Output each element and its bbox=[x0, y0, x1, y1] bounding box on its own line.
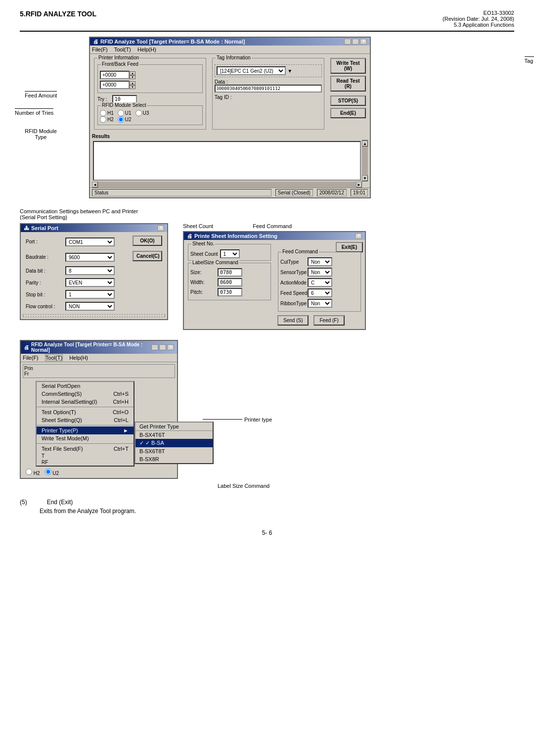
stop-button[interactable]: STOP(S) bbox=[330, 95, 366, 106]
radio-u3[interactable]: U3 bbox=[135, 110, 149, 116]
feed-amount-spinner1[interactable]: +0000 ▲ ▼ bbox=[100, 71, 135, 79]
number-of-tries-label: Number of Tries bbox=[15, 108, 53, 116]
radio-u1-input[interactable] bbox=[118, 110, 124, 116]
databit-select[interactable]: 8 bbox=[65, 266, 115, 275]
tool-menu[interactable]: Tool(T) bbox=[114, 47, 131, 52]
td-radio-u2[interactable]: U2 bbox=[45, 469, 59, 476]
spin-up1[interactable]: ▲ bbox=[130, 71, 135, 75]
td-file-menu[interactable]: File(F) bbox=[23, 355, 39, 361]
menubar: File(F) Tool(T) Help(H) bbox=[90, 46, 370, 54]
actionmode-select[interactable]: C bbox=[308, 278, 332, 287]
pitch-input[interactable]: 0730 bbox=[218, 288, 242, 296]
tag-id-label: Tag ID : bbox=[215, 94, 231, 100]
td-help-menu[interactable]: Help(H) bbox=[69, 355, 88, 361]
feed-command-group-label: Feed Command bbox=[281, 249, 319, 254]
parity-select[interactable]: EVEN bbox=[65, 278, 115, 287]
front-back-feed-group: Front/Back Feed +0000 ▲ ▼ bbox=[97, 64, 203, 93]
pitch-label: Pitch: bbox=[190, 289, 218, 295]
printer-info-panel: Printer Information Front/Back Feed +000… bbox=[92, 56, 208, 132]
menu-sheet-setting[interactable]: Sheet Setting(Q) Ctrl+L bbox=[37, 416, 134, 424]
radio-h2-input[interactable] bbox=[100, 116, 106, 123]
serial-win-controls[interactable]: ✕ bbox=[157, 225, 164, 231]
scrollbar-vertical[interactable]: ▲ ▼ bbox=[362, 140, 368, 182]
flowcontrol-select[interactable]: NON bbox=[65, 302, 115, 311]
radio-u2-input[interactable] bbox=[118, 116, 124, 123]
read-test-button[interactable]: Read Test (R) bbox=[330, 76, 366, 92]
spin-up2[interactable]: ▲ bbox=[130, 81, 135, 85]
exit-button[interactable]: Exit(E) bbox=[336, 242, 363, 252]
spin-down1[interactable]: ▼ bbox=[130, 75, 135, 79]
feed-amount-input1[interactable]: +0000 bbox=[100, 71, 130, 79]
menu-text-file-send[interactable]: Text File Send(F) Ctrl+T bbox=[37, 445, 134, 453]
radio-h1[interactable]: H1 bbox=[100, 110, 114, 116]
radio-h2[interactable]: H2 bbox=[100, 116, 114, 123]
stopbit-select[interactable]: 1 bbox=[65, 290, 115, 299]
feedspeed-select[interactable]: 6 bbox=[308, 288, 332, 297]
actionmode-label: ActionMode bbox=[280, 280, 308, 285]
td-close[interactable]: ✕ bbox=[167, 344, 174, 350]
menu-comm-setting[interactable]: CommSetting(S) Ctrl+S bbox=[37, 390, 134, 398]
size-input[interactable]: 0780 bbox=[218, 268, 242, 277]
scroll-right[interactable]: ► bbox=[356, 182, 362, 188]
serial-close[interactable]: ✕ bbox=[157, 225, 164, 231]
scroll-up[interactable]: ▲ bbox=[362, 141, 368, 146]
td-max[interactable]: □ bbox=[159, 344, 166, 350]
sensortype-select[interactable]: Non bbox=[308, 268, 332, 277]
radio-h1-input[interactable] bbox=[100, 110, 106, 116]
port-select[interactable]: COM1 bbox=[65, 237, 115, 246]
baudrate-select[interactable]: 9600 bbox=[65, 253, 115, 262]
scrollbar-horizontal[interactable]: ◄ ► bbox=[92, 182, 362, 188]
window-controls[interactable]: _ □ ✕ bbox=[344, 39, 367, 45]
spin-down2[interactable]: ▼ bbox=[130, 85, 135, 89]
flowcontrol-row: Flow control : NON bbox=[23, 300, 165, 312]
feed-amount-spinner2[interactable]: +0000 ▲ ▼ bbox=[100, 81, 135, 89]
maximize-button[interactable]: □ bbox=[352, 39, 359, 45]
minimize-button[interactable]: _ bbox=[344, 39, 351, 45]
td-fr-label: Fr bbox=[24, 371, 174, 377]
menu-write-test-mode[interactable]: Write Test Mode(M) bbox=[37, 434, 134, 442]
sheet-close[interactable]: ✕ bbox=[355, 233, 362, 239]
tool-dropdown-controls[interactable]: _ □ ✕ bbox=[151, 344, 174, 350]
td-min[interactable]: _ bbox=[151, 344, 158, 350]
results-text-area[interactable] bbox=[93, 141, 361, 181]
printer-bsx6t8t[interactable]: B-SX6T8T bbox=[135, 447, 213, 455]
tag-id-row: Tag ID : bbox=[215, 94, 322, 100]
menu-internal-serial[interactable]: Internal SerialSetting(I) Ctrl+H bbox=[37, 398, 134, 406]
sheet-win-controls[interactable]: ✕ bbox=[355, 233, 362, 239]
td-radio-h2[interactable]: H2 bbox=[26, 469, 40, 476]
main-content: Printer Information Front/Back Feed +000… bbox=[90, 54, 370, 134]
end-button[interactable]: End(E) bbox=[330, 108, 366, 118]
help-menu[interactable]: Help(H) bbox=[137, 47, 156, 52]
radio-u1[interactable]: U1 bbox=[118, 110, 132, 116]
radio-u2[interactable]: U2 bbox=[118, 116, 132, 123]
sheet-count-select[interactable]: 1 bbox=[220, 249, 240, 258]
scroll-left[interactable]: ◄ bbox=[92, 182, 98, 188]
cuttype-select[interactable]: Non bbox=[308, 257, 332, 266]
sheet-no-group: Sheet No. Sheet Count 1 bbox=[188, 244, 271, 261]
printer-bsx4t6t[interactable]: B-SX4T6T bbox=[135, 431, 213, 439]
ribbontype-select[interactable]: Non bbox=[308, 299, 332, 308]
tag-dropdown-arrow[interactable]: ▼ bbox=[287, 68, 292, 74]
tag-type-select[interactable]: [124]EPC C1 Gen2 (U2) bbox=[217, 66, 286, 75]
printer-bsx8r[interactable]: B-SX8R bbox=[135, 455, 213, 463]
file-menu[interactable]: File(F) bbox=[92, 47, 108, 52]
serial-dashed-border bbox=[23, 314, 165, 317]
close-button[interactable]: ✕ bbox=[360, 39, 367, 45]
data-value: 300003040506070809101112 bbox=[215, 85, 322, 93]
feed-button[interactable]: Feed (F) bbox=[313, 315, 344, 326]
cancel-button[interactable]: Cancel(C) bbox=[133, 251, 162, 261]
menu-test-option[interactable]: Test Option(T) Ctrl+O bbox=[37, 408, 134, 416]
radio-u3-input[interactable] bbox=[135, 110, 142, 116]
ok-button[interactable]: OK(O) bbox=[133, 236, 162, 246]
write-test-button[interactable]: Write Test (W) bbox=[330, 58, 366, 74]
send-button[interactable]: Send (S) bbox=[277, 315, 309, 326]
td-tool-menu[interactable]: Tool(T) bbox=[45, 354, 63, 361]
menu-printer-type[interactable]: Printer Type(P) ► bbox=[37, 426, 134, 434]
width-input[interactable]: 0600 bbox=[218, 278, 242, 286]
menu-serial-open[interactable]: Serial PortOpen bbox=[37, 382, 134, 390]
label-size-fields: Size: 0780 Width: 0600 Pitch: 0730 bbox=[190, 268, 268, 296]
scroll-down[interactable]: ▼ bbox=[362, 175, 368, 181]
feed-amount-input2[interactable]: +0000 bbox=[100, 81, 130, 89]
printer-bsa[interactable]: ✓ B-SA bbox=[135, 439, 213, 447]
page-number: 5- 6 bbox=[262, 529, 272, 536]
